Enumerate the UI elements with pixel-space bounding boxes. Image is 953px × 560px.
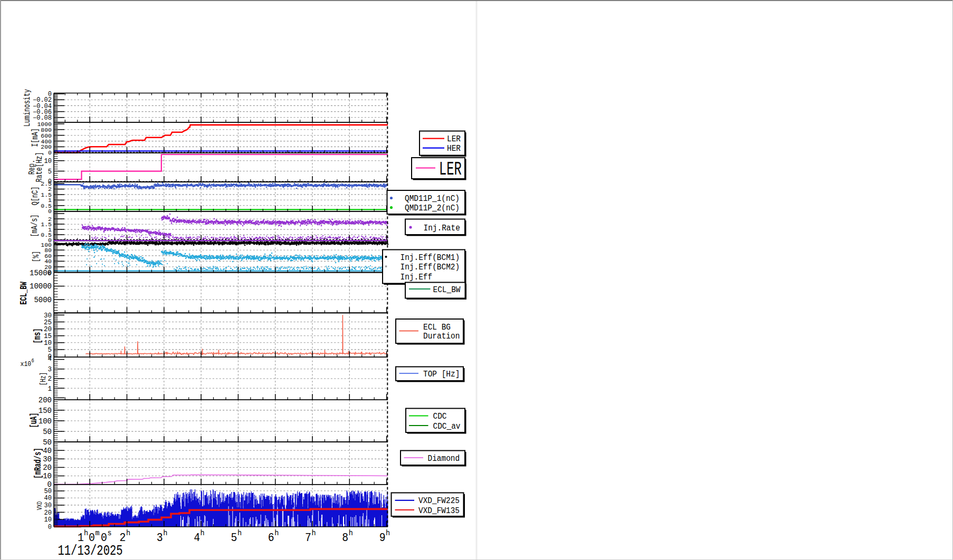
svg-text:50: 50: [43, 428, 52, 436]
svg-text:0: 0: [48, 149, 52, 156]
svg-text:5000: 5000: [34, 296, 52, 304]
svg-text:20: 20: [44, 326, 52, 333]
svg-text:Inj.Rate: Inj.Rate: [424, 223, 460, 233]
svg-text:10: 10: [44, 158, 52, 165]
svg-text:25: 25: [44, 319, 52, 326]
svg-text:150: 150: [39, 407, 52, 415]
svg-text:40: 40: [43, 447, 52, 455]
svg-text:2: 2: [47, 375, 52, 383]
svg-text:11/13/2025: 11/13/2025: [58, 543, 123, 558]
svg-text:4: 4: [194, 532, 200, 544]
svg-text:CDC: CDC: [433, 411, 447, 421]
svg-text:50: 50: [44, 488, 52, 495]
svg-text:15000: 15000: [30, 269, 52, 277]
svg-text:20: 20: [43, 464, 52, 472]
svg-text:Inj.Eff(BCM1): Inj.Eff(BCM1): [401, 253, 460, 263]
svg-text:VXD: VXD: [36, 501, 44, 510]
svg-text:h: h: [201, 528, 205, 537]
svg-text:1: 1: [47, 385, 52, 393]
svg-text:h: h: [84, 528, 88, 537]
svg-text:h: h: [349, 528, 353, 537]
svg-text:5: 5: [231, 532, 237, 544]
svg-text:[mRad/s]: [mRad/s]: [32, 448, 43, 478]
svg-text:[uA]: [uA]: [28, 412, 39, 428]
svg-text:h: h: [386, 528, 390, 537]
svg-text:30: 30: [44, 502, 52, 509]
svg-text:ECL_BW: ECL_BW: [433, 285, 461, 295]
svg-text:7: 7: [305, 532, 311, 544]
svg-text:LER: LER: [439, 159, 462, 180]
svg-text:I[mA]: I[mA]: [30, 128, 40, 147]
svg-text:9: 9: [379, 532, 386, 544]
svg-text:Q[nC]: Q[nC]: [30, 187, 40, 206]
svg-text:h: h: [274, 528, 279, 537]
svg-text:Inj.Eff: Inj.Eff: [401, 272, 433, 282]
svg-text:100: 100: [39, 417, 52, 426]
svg-text:x10: x10: [21, 360, 32, 368]
svg-text:ECL BG: ECL BG: [423, 322, 451, 332]
svg-text:VXD_FW225: VXD_FW225: [418, 496, 460, 506]
svg-text:LER: LER: [447, 134, 461, 144]
svg-text:VXD_FW135: VXD_FW135: [418, 506, 460, 516]
svg-text:200: 200: [39, 396, 52, 404]
svg-text:TOP [Hz]: TOP [Hz]: [423, 369, 460, 379]
svg-text:50: 50: [43, 438, 52, 447]
svg-text:[mA/s]: [mA/s]: [30, 215, 40, 237]
svg-text:Inj.Eff(BCM2): Inj.Eff(BCM2): [401, 262, 460, 272]
svg-text:0: 0: [48, 524, 52, 531]
svg-text:QMD11P_2(nC): QMD11P_2(nC): [405, 203, 460, 213]
svg-text:3: 3: [157, 532, 163, 544]
svg-text:[ms]: [ms]: [32, 328, 43, 343]
svg-text:s: s: [108, 528, 112, 537]
svg-text:Diamond: Diamond: [428, 453, 460, 464]
svg-text:CDC_av: CDC_av: [433, 421, 461, 431]
svg-text:3: 3: [47, 366, 52, 373]
svg-text:10: 10: [43, 472, 52, 480]
svg-text:h: h: [312, 528, 316, 537]
svg-text:30: 30: [43, 455, 52, 464]
svg-text:5: 5: [47, 346, 52, 354]
svg-text:20: 20: [44, 509, 52, 517]
svg-text:QMD11P_1(nC): QMD11P_1(nC): [405, 194, 460, 204]
svg-text:40: 40: [44, 495, 52, 502]
svg-text:Duration: Duration: [423, 331, 460, 341]
svg-text:h: h: [126, 528, 130, 537]
svg-text:h: h: [237, 528, 242, 537]
svg-text:5: 5: [48, 168, 52, 176]
svg-text:15: 15: [44, 333, 52, 340]
svg-text:10: 10: [44, 340, 52, 347]
svg-text:[%]: [%]: [31, 251, 41, 262]
svg-text:0: 0: [48, 208, 52, 215]
svg-text:8: 8: [342, 532, 348, 544]
svg-text:Luminosity: Luminosity: [22, 89, 32, 127]
svg-text:10000: 10000: [30, 282, 52, 291]
svg-text:ECL_BW: ECL_BW: [18, 282, 30, 305]
svg-text:h: h: [163, 528, 167, 537]
svg-text:4: 4: [47, 355, 52, 363]
svg-text:m: m: [96, 528, 100, 537]
svg-text:Rate[Hz]: Rate[Hz]: [34, 152, 44, 182]
svg-text:30: 30: [44, 312, 52, 320]
svg-text:HER: HER: [447, 143, 461, 153]
svg-text:[Hz]: [Hz]: [39, 372, 47, 385]
svg-text:6: 6: [32, 358, 34, 364]
svg-text:10: 10: [44, 516, 52, 524]
svg-text:6: 6: [268, 532, 274, 544]
